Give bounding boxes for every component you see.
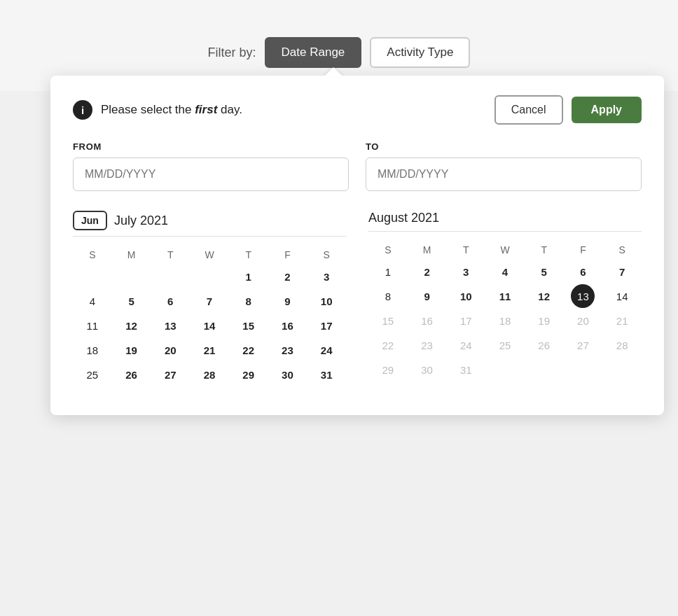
aug-day-header-m1: M <box>408 240 447 260</box>
jul-day-31[interactable]: 31 <box>307 363 346 387</box>
to-label: TO <box>366 141 642 152</box>
jul-day-4[interactable]: 4 <box>73 289 112 314</box>
jul-day-8[interactable]: 8 <box>229 289 268 314</box>
aug-day-7[interactable]: 7 <box>602 260 642 284</box>
aug-day-25: 25 <box>485 333 525 358</box>
calendar-july: Jun July 2021 S M T W T F S 1 2 3 <box>73 211 346 387</box>
jul-day-30[interactable]: 30 <box>268 363 307 387</box>
jul-day-6[interactable]: 6 <box>151 289 190 314</box>
jul-day-16[interactable]: 16 <box>268 314 307 338</box>
calendars-row: Jun July 2021 S M T W T F S 1 2 3 <box>73 211 642 387</box>
august-divider <box>368 231 642 232</box>
from-input[interactable] <box>73 158 349 191</box>
august-grid: S M T W T F S 1 2 3 4 5 6 7 8 9 10 11 <box>368 240 642 382</box>
jul-day-13[interactable]: 13 <box>151 314 190 338</box>
aug-day-8[interactable]: 8 <box>368 284 408 309</box>
aug-day-20: 20 <box>564 309 603 333</box>
jul-day-12[interactable]: 12 <box>112 314 151 338</box>
from-label: FROM <box>73 141 349 152</box>
jul-empty <box>190 265 229 289</box>
aug-day-23: 23 <box>408 333 447 358</box>
aug-empty <box>564 358 603 382</box>
day-header-t2: T <box>229 245 268 265</box>
aug-day-header-w1: W <box>485 240 525 260</box>
aug-day-header-t2: T <box>525 240 564 260</box>
aug-day-17: 17 <box>446 309 485 333</box>
july-header: Jun July 2021 <box>73 211 346 230</box>
date-inputs: FROM TO <box>73 141 642 191</box>
jul-empty <box>151 265 190 289</box>
jul-day-24[interactable]: 24 <box>307 338 346 363</box>
aug-day-1[interactable]: 1 <box>368 260 408 284</box>
to-input[interactable] <box>366 158 642 191</box>
jul-day-9[interactable]: 9 <box>268 289 307 314</box>
aug-day-22: 22 <box>368 333 408 358</box>
july-grid: S M T W T F S 1 2 3 4 5 6 7 8 <box>73 245 346 387</box>
day-header-t1: T <box>151 245 190 265</box>
jul-day-25[interactable]: 25 <box>73 363 112 387</box>
aug-day-4[interactable]: 4 <box>485 260 525 284</box>
jul-day-7[interactable]: 7 <box>190 289 229 314</box>
jul-empty <box>112 265 151 289</box>
instruction-area: i Please select the first day. <box>73 100 242 120</box>
jul-day-29[interactable]: 29 <box>229 363 268 387</box>
jul-day-14[interactable]: 14 <box>190 314 229 338</box>
aug-day-9[interactable]: 9 <box>408 284 447 309</box>
aug-day-2[interactable]: 2 <box>408 260 447 284</box>
aug-day-10[interactable]: 10 <box>446 284 485 309</box>
to-field: TO <box>366 141 642 191</box>
aug-day-14[interactable]: 14 <box>602 284 642 309</box>
august-title: August 2021 <box>368 211 439 225</box>
aug-day-21: 21 <box>602 309 642 333</box>
aug-day-13-today[interactable]: 13 <box>571 284 595 308</box>
day-header-s2: S <box>307 245 346 265</box>
jul-day-28[interactable]: 28 <box>190 363 229 387</box>
jul-day-10[interactable]: 10 <box>307 289 346 314</box>
apply-button[interactable]: Apply <box>572 97 642 123</box>
jul-day-27[interactable]: 27 <box>151 363 190 387</box>
jul-day-2[interactable]: 2 <box>268 265 307 289</box>
activity-type-button[interactable]: Activity Type <box>370 37 470 68</box>
jul-day-5[interactable]: 5 <box>112 289 151 314</box>
aug-day-29: 29 <box>368 358 408 382</box>
jul-day-1[interactable]: 1 <box>229 265 268 289</box>
jul-day-15[interactable]: 15 <box>229 314 268 338</box>
jul-day-21[interactable]: 21 <box>190 338 229 363</box>
jul-day-3[interactable]: 3 <box>307 265 346 289</box>
aug-day-19: 19 <box>525 309 564 333</box>
aug-day-12[interactable]: 12 <box>525 284 564 309</box>
cancel-button[interactable]: Cancel <box>494 95 563 125</box>
jul-day-19[interactable]: 19 <box>112 338 151 363</box>
aug-day-16: 16 <box>408 309 447 333</box>
jul-day-23[interactable]: 23 <box>268 338 307 363</box>
panel-instruction: Please select the first day. <box>101 103 242 117</box>
aug-day-header-s1: S <box>368 240 408 260</box>
aug-day-26: 26 <box>525 333 564 358</box>
jul-day-17[interactable]: 17 <box>307 314 346 338</box>
aug-day-18: 18 <box>485 309 525 333</box>
day-header-s1: S <box>73 245 112 265</box>
from-field: FROM <box>73 141 349 191</box>
calendar-panel: i Please select the first day. Cancel Ap… <box>50 76 664 415</box>
aug-day-header-s2: S <box>602 240 642 260</box>
day-header-m1: M <box>112 245 151 265</box>
jul-day-18[interactable]: 18 <box>73 338 112 363</box>
aug-day-24: 24 <box>446 333 485 358</box>
date-range-button[interactable]: Date Range <box>265 37 362 68</box>
jul-day-20[interactable]: 20 <box>151 338 190 363</box>
jul-day-11[interactable]: 11 <box>73 314 112 338</box>
jul-day-26[interactable]: 26 <box>112 363 151 387</box>
jun-nav-button[interactable]: Jun <box>73 211 107 230</box>
aug-day-3[interactable]: 3 <box>446 260 485 284</box>
aug-day-11[interactable]: 11 <box>485 284 525 309</box>
aug-day-6[interactable]: 6 <box>564 260 603 284</box>
calendar-august: August 2021 S M T W T F S 1 2 3 4 5 6 7 <box>368 211 642 387</box>
aug-day-30: 30 <box>408 358 447 382</box>
aug-empty <box>485 358 525 382</box>
aug-day-5[interactable]: 5 <box>525 260 564 284</box>
jul-day-22[interactable]: 22 <box>229 338 268 363</box>
day-header-w1: W <box>190 245 229 265</box>
filter-by-label: Filter by: <box>208 46 256 60</box>
panel-header: i Please select the first day. Cancel Ap… <box>73 95 642 125</box>
aug-empty <box>525 358 564 382</box>
